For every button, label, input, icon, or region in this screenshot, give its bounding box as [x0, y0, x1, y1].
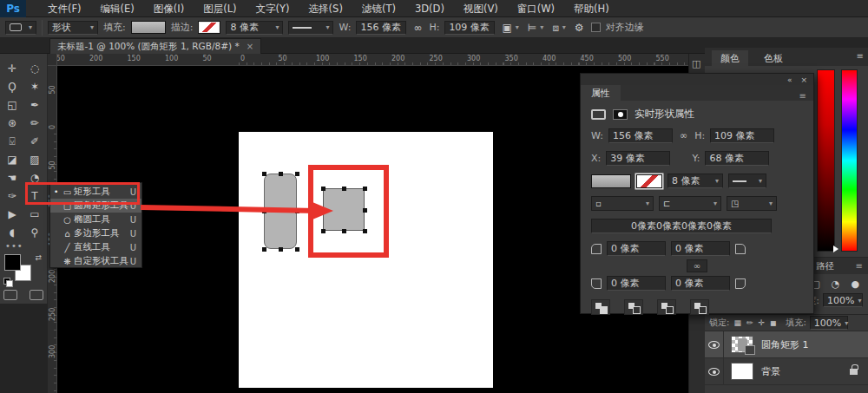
- rounded-rectangle-shape[interactable]: [264, 174, 297, 249]
- path-arrangement-button[interactable]: ⧈▾: [550, 22, 568, 34]
- align-edges-checkbox[interactable]: [591, 23, 601, 32]
- radius-topright-input[interactable]: 0 像素: [671, 241, 730, 256]
- flyout-item-0[interactable]: •▭矩形工具U: [50, 185, 141, 199]
- tool-brush[interactable]: ✏: [23, 114, 46, 132]
- prop-stroke-width-select[interactable]: 8 像素▾: [667, 174, 723, 188]
- stroke-corners-select[interactable]: ◳▾: [727, 196, 777, 211]
- panel-menu-icon[interactable]: ≡: [857, 51, 864, 61]
- tool-history-brush[interactable]: ✐: [23, 132, 46, 150]
- lock-position-icon[interactable]: ✛: [757, 318, 766, 327]
- menu-item-10[interactable]: 帮助(H): [564, 0, 619, 17]
- tool-pen[interactable]: ✑: [1, 187, 23, 205]
- fill-dot-icon[interactable]: ●: [851, 278, 859, 290]
- link-radii-icon[interactable]: ∞: [687, 259, 707, 272]
- menu-item-9[interactable]: 窗口(W): [508, 0, 564, 17]
- tab-close-icon[interactable]: ×: [247, 42, 253, 51]
- edit-toolbar-icon[interactable]: •••: [5, 241, 23, 251]
- tool-move[interactable]: ✛: [1, 59, 23, 77]
- panel-menu-icon[interactable]: ≡: [856, 261, 863, 271]
- flyout-item-4[interactable]: ╱直线工具U: [50, 240, 141, 254]
- collapse-panel-icon[interactable]: «: [787, 75, 792, 84]
- tool-crop[interactable]: ◱: [1, 95, 23, 114]
- subtract-shape-button[interactable]: [624, 299, 643, 315]
- layer-visibility-cell[interactable]: [705, 358, 724, 385]
- eye-icon[interactable]: [708, 341, 720, 349]
- prop-y-input[interactable]: 68 像素: [705, 151, 769, 166]
- prop-width-input[interactable]: 156 像素: [608, 128, 673, 143]
- foreground-color-swatch[interactable]: [4, 254, 21, 271]
- fill-swatch[interactable]: [131, 21, 166, 34]
- color-ramp-marker[interactable]: [833, 246, 838, 252]
- tool-healing-brush[interactable]: ⊛: [1, 114, 23, 132]
- tab-properties[interactable]: 属性: [581, 85, 621, 101]
- close-panel-icon[interactable]: ×: [800, 75, 807, 84]
- flyout-item-5[interactable]: ❋自定形状工具U: [50, 254, 141, 268]
- tool-preset-picker[interactable]: ▾: [5, 21, 36, 35]
- menu-item-6[interactable]: 滤镜(T): [352, 0, 405, 17]
- anchor-point[interactable]: [279, 247, 283, 252]
- tool-marquee[interactable]: ◌: [23, 59, 46, 77]
- stroke-caps-select[interactable]: ⊏▾: [659, 196, 721, 211]
- tool-type[interactable]: T: [23, 187, 46, 205]
- tool-eraser[interactable]: ◪: [1, 150, 23, 168]
- anchor-point[interactable]: [279, 172, 283, 176]
- tool-magic-wand[interactable]: ✶: [23, 77, 46, 95]
- tab-swatches[interactable]: 色板: [755, 50, 792, 66]
- tool-rectangle[interactable]: ▭: [23, 205, 46, 223]
- anchor-point[interactable]: [262, 209, 266, 213]
- panel-menu-icon[interactable]: ≡: [799, 91, 806, 101]
- link-dimensions-icon[interactable]: ∞: [411, 22, 424, 34]
- intersect-shape-button[interactable]: [657, 299, 676, 315]
- tool-zoom[interactable]: ⚲: [23, 223, 46, 241]
- prop-fill-swatch[interactable]: [591, 174, 631, 188]
- eye-icon[interactable]: [708, 368, 720, 376]
- geometry-options-gear-icon[interactable]: ⚙: [573, 22, 586, 34]
- collapse-panels-icon[interactable]: ◫: [692, 58, 700, 69]
- stroke-align-select[interactable]: ▫▾: [591, 196, 654, 211]
- flyout-item-3[interactable]: ⌂多边形工具U: [50, 226, 141, 240]
- layer-thumbnail[interactable]: [731, 363, 753, 380]
- menu-item-0[interactable]: 文件(F): [38, 0, 91, 17]
- tool-mode-select[interactable]: 形状▾: [48, 21, 98, 35]
- lock-image-pixels-icon[interactable]: ✏: [746, 318, 754, 327]
- exclude-shape-button[interactable]: [690, 299, 709, 315]
- prop-height-input[interactable]: 109 像素: [710, 128, 774, 143]
- layer-thumbnail[interactable]: [731, 336, 753, 353]
- hue-spectrum-ramp[interactable]: [841, 69, 858, 252]
- prop-stroke-swatch[interactable]: [636, 174, 662, 188]
- layer-row-0[interactable]: 圆角矩形 1: [705, 331, 868, 358]
- radius-topleft-input[interactable]: 0 像素: [607, 241, 666, 256]
- menu-item-1[interactable]: 编辑(E): [91, 0, 144, 17]
- tool-path-selection[interactable]: ▶: [1, 205, 23, 223]
- tool-blur[interactable]: ☚: [1, 168, 23, 187]
- path-alignment-button[interactable]: ⊨▾: [526, 22, 545, 34]
- flyout-item-2[interactable]: ○椭圆工具U: [50, 213, 141, 226]
- prop-stroke-type-select[interactable]: ▾: [728, 174, 766, 188]
- tool-gradient[interactable]: ▨: [23, 150, 46, 168]
- shape-width-input[interactable]: 156 像素: [356, 21, 406, 35]
- fill-opacity-input[interactable]: 100%▾: [810, 316, 848, 330]
- menu-item-8[interactable]: 视图(V): [454, 0, 508, 17]
- default-colors-icon[interactable]: [3, 278, 12, 286]
- tab-color[interactable]: 颜色: [712, 50, 748, 66]
- radius-bottomleft-input[interactable]: 0 像素: [607, 276, 666, 291]
- tool-eyedropper[interactable]: ✒: [23, 95, 46, 114]
- flyout-item-1[interactable]: ▢圆角矩形工具U: [50, 199, 141, 213]
- menu-item-7[interactable]: 3D(D): [405, 0, 454, 17]
- tab-paths[interactable]: 路径: [816, 260, 834, 272]
- tool-clone-stamp[interactable]: ⍌: [1, 132, 23, 150]
- stroke-width-select[interactable]: 8 像素▾: [226, 21, 283, 35]
- tool-dodge[interactable]: ◔: [23, 168, 46, 187]
- shape-height-input[interactable]: 109 像素: [444, 21, 495, 35]
- combine-shapes-button[interactable]: [591, 299, 610, 315]
- anchor-point[interactable]: [262, 247, 266, 252]
- document-tab[interactable]: 未标题-1 @ 100% (圆角矩形 1, RGB/8#) * ×: [49, 38, 261, 54]
- tool-lasso[interactable]: Ϙ: [1, 77, 23, 95]
- anchor-point[interactable]: [295, 209, 299, 213]
- stroke-swatch[interactable]: [198, 21, 220, 34]
- tool-hand[interactable]: ◖: [1, 223, 23, 241]
- radius-bottomright-input[interactable]: 0 像素: [671, 276, 730, 291]
- link-wh-icon[interactable]: ∞: [678, 130, 689, 141]
- menu-item-4[interactable]: 文字(Y): [247, 0, 299, 17]
- quick-mask-button[interactable]: [3, 290, 17, 300]
